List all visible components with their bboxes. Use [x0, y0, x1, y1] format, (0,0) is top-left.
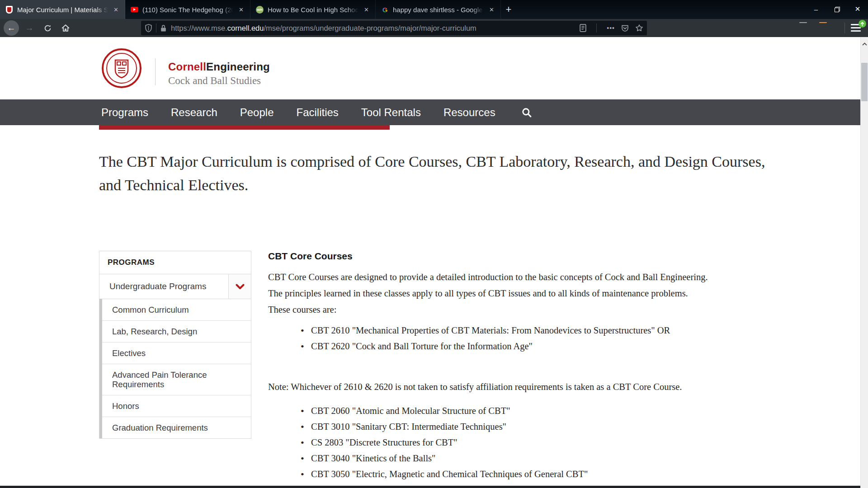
restore-icon — [835, 7, 839, 11]
tab-strip: Major Curriculum | Materials Sc ✕ (110) … — [0, 0, 516, 19]
tab-close-icon[interactable]: ✕ — [362, 5, 371, 14]
programs-sidebar: PROGRAMS Undergraduate Programs Common C… — [99, 251, 251, 439]
note-paragraph: Note: Whichever of 2610 & 2620 is not ta… — [268, 379, 774, 395]
menu-hamburger-button[interactable] — [850, 22, 863, 34]
url-prefix: https://www.mse. — [171, 24, 227, 32]
update-available-badge-icon — [859, 20, 866, 28]
page-title: The CBT Major Curriculum is comprised of… — [99, 150, 777, 197]
nav-item-resources[interactable]: Resources — [443, 106, 495, 119]
site-navbar: Programs Research People Facilities Tool… — [0, 99, 860, 125]
course-item: CBT 3010 "Sanitary CBT: Intermediate Tec… — [268, 419, 774, 435]
toolbar-separator — [844, 23, 845, 33]
nav-item-facilities[interactable]: Facilities — [296, 106, 338, 119]
youtube-favicon-icon — [131, 6, 138, 14]
intro-line: CBT Core Courses are designed to provide… — [268, 269, 774, 285]
tab-google-search[interactable]: G happy dave shirtless - Google S ✕ — [376, 0, 501, 19]
nav-item-people[interactable]: People — [240, 106, 274, 119]
tab-title: How to Be Cool in High School — [268, 6, 360, 14]
restore-button[interactable] — [826, 0, 847, 18]
sidebar-item-electives[interactable]: Electives — [102, 343, 251, 364]
intro-line: The principles learned in these classes … — [268, 285, 774, 301]
pocket-icon[interactable] — [621, 24, 629, 32]
tab-title: happy dave shirtless - Google S — [393, 6, 486, 14]
intro-line: These courses are: — [268, 301, 774, 318]
core-courses-list: CBT 2060 "Atomic and Molecular Structure… — [268, 403, 774, 488]
new-tab-button[interactable]: + — [501, 0, 516, 19]
nav-item-programs[interactable]: Programs — [101, 106, 148, 119]
toolbar-extension-icon-partial[interactable] — [799, 22, 807, 23]
page-scrollbar[interactable] — [860, 37, 868, 488]
tracking-protection-shield-icon[interactable] — [145, 24, 152, 33]
course-item: CBT 2610 "Mechanical Properties of CBT M… — [268, 323, 774, 338]
lock-icon[interactable] — [160, 24, 167, 32]
bookmark-star-icon[interactable] — [635, 24, 643, 32]
tab-wikihow[interactable]: wH How to Be Cool in High School ✕ — [250, 0, 376, 19]
sidebar-item-lab-research-design[interactable]: Lab, Research, Design — [102, 321, 251, 343]
sidebar-submenu: Common Curriculum Lab, Research, Design … — [99, 299, 251, 438]
urlbar-actions-separator — [596, 23, 597, 33]
close-button[interactable]: ✕ — [847, 0, 868, 18]
cornell-shield-favicon-icon — [5, 6, 13, 14]
page-viewport: CornellEngineering Cock and Ball Studies… — [0, 37, 860, 488]
page-actions-icon[interactable]: ••• — [607, 24, 615, 32]
reload-button[interactable] — [40, 20, 55, 36]
collapse-toggle-button[interactable] — [228, 274, 251, 299]
section-title: CBT Core Courses — [268, 251, 774, 262]
course-item: CBT 3050 "Electric, Magnetic and Chemica… — [268, 466, 774, 482]
nav-item-tool-rentals[interactable]: Tool Rentals — [361, 106, 421, 119]
tab-title: Major Curriculum | Materials Sc — [17, 6, 110, 14]
url-bar[interactable]: https://www.mse.cornell.edu/mse/programs… — [141, 21, 647, 35]
core-options-list: CBT 2610 "Mechanical Properties of CBT M… — [268, 323, 774, 354]
browser-toolbar: ← → https://www.mse.cornell.edu/mse/prog… — [0, 19, 868, 37]
brand-block[interactable]: CornellEngineering Cock and Ball Studies — [168, 61, 270, 87]
google-favicon-icon: G — [381, 6, 389, 14]
course-item: CBT 2620 "Cock and Ball Torture for the … — [268, 338, 774, 354]
back-button[interactable]: ← — [4, 20, 19, 36]
sidebar-item-common-curriculum[interactable]: Common Curriculum — [102, 299, 251, 321]
minimize-button[interactable]: – — [806, 0, 826, 18]
url-domain: cornell.edu — [227, 24, 264, 32]
red-accent-bar — [99, 125, 390, 130]
tab-close-icon[interactable]: ✕ — [237, 5, 245, 14]
site-header: CornellEngineering Cock and Ball Studies — [0, 37, 860, 99]
nav-item-research[interactable]: Research — [171, 106, 217, 119]
url-text[interactable]: https://www.mse.cornell.edu/mse/programs… — [171, 24, 580, 33]
scroll-up-arrow-icon[interactable] — [861, 42, 868, 46]
brand-divider — [155, 58, 156, 85]
tab-major-curriculum[interactable]: Major Curriculum | Materials Sc ✕ — [0, 0, 125, 19]
sidebar-item-undergraduate-programs[interactable]: Undergraduate Programs — [99, 274, 251, 299]
wikihow-favicon-icon: wH — [256, 6, 264, 14]
reload-icon — [44, 24, 52, 32]
brand-department: Cock and Ball Studies — [168, 75, 270, 87]
taskbar-edge-strip — [0, 486, 860, 488]
sidebar-item-honors[interactable]: Honors — [102, 395, 251, 417]
tab-title: (110) Sonic The Hedgehog (20 — [142, 6, 235, 14]
scrollbar-thumb[interactable] — [861, 63, 868, 101]
sidebar-parent-label: Undergraduate Programs — [109, 282, 206, 291]
tab-sonic-youtube[interactable]: (110) Sonic The Hedgehog (20 ✕ — [125, 0, 250, 19]
brand-cornell: Cornell — [168, 61, 206, 73]
reader-mode-icon[interactable] — [580, 24, 586, 32]
home-button[interactable] — [58, 20, 73, 36]
urlbar-separator — [156, 23, 156, 33]
tab-close-icon[interactable]: ✕ — [487, 5, 496, 14]
course-item: CBT 2060 "Atomic and Molecular Structure… — [268, 403, 774, 419]
window-controls: – ✕ — [806, 0, 868, 18]
toolbar-extension-icon-partial-orange[interactable] — [819, 22, 827, 23]
forward-button[interactable]: → — [22, 20, 37, 36]
sidebar-item-graduation-requirements[interactable]: Graduation Requirements — [102, 417, 251, 438]
brand-wordmark: CornellEngineering — [168, 61, 270, 73]
tab-close-icon[interactable]: ✕ — [112, 5, 120, 14]
chevron-down-icon — [236, 284, 245, 290]
browser-titlebar: Major Curriculum | Materials Sc ✕ (110) … — [0, 0, 868, 19]
sidebar-item-advanced-pain-tolerance[interactable]: Advanced Pain Tolerance Requirements — [102, 364, 251, 395]
search-icon[interactable] — [522, 108, 532, 117]
url-path: /mse/programs/undergraduate-programs/maj… — [264, 24, 476, 32]
article-content: CBT Core Courses CBT Core Courses are de… — [268, 251, 774, 488]
home-icon — [61, 24, 70, 32]
course-item: CS 2803 "Discrete Structures for CBT" — [268, 435, 774, 450]
brand-engineering: Engineering — [206, 61, 270, 73]
cornell-seal-logo[interactable] — [102, 48, 142, 88]
sidebar-title: PROGRAMS — [99, 251, 251, 274]
course-item: CBT 3040 "Kinetics of the Balls" — [268, 450, 774, 466]
